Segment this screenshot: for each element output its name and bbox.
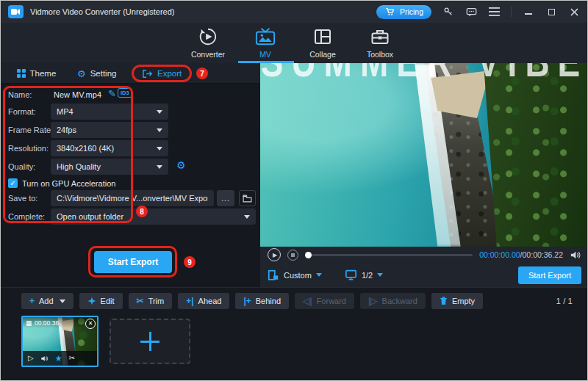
resolution-select[interactable]: 3840x2160 (4K) [51,140,168,156]
magic-star-icon [87,297,96,305]
clip-effect-star-icon[interactable]: ★ [55,355,62,363]
format-value: MP4 [57,107,74,116]
chevron-down-icon [157,128,162,132]
rename-icon[interactable]: ✎ [108,88,116,99]
chevron-down-icon [157,110,162,114]
quality-select[interactable]: High Quality [51,159,168,175]
name-label: Name: [8,90,32,99]
clip-volume-icon[interactable] [40,355,49,362]
toolbox-icon [370,28,390,46]
annotation-badge-9: 9 [184,256,196,268]
button-label: Behind [256,297,281,305]
pricing-button[interactable]: Pricing [376,5,431,19]
trash-icon [440,297,448,305]
add-clip-button[interactable]: + Add [21,293,74,309]
nav-tab-collage[interactable]: Collage [294,23,351,63]
add-clip-slot[interactable] [110,319,190,364]
resolution-value: 3840x2160 (4K) [57,144,114,153]
mv-icon [255,27,276,46]
tab-export[interactable]: Export [142,63,182,84]
nav-tab-label: Toolbox [367,50,393,59]
collage-icon [313,27,332,46]
save-to-value: C:\Vidmore\Vidmore V...onverter\MV Expor… [57,194,208,203]
id3-tag-button[interactable]: ID3 [118,88,132,98]
player-controls: ▶ 00:00:00.00/00:00:36.22 [260,247,588,263]
quality-label: Quality: [8,162,35,171]
move-backward-button[interactable]: |▷ Backward [360,293,426,309]
button-label: Trim [148,297,165,305]
empty-list-button[interactable]: Empty [431,293,483,309]
tab-setting[interactable]: ⚙ Setting [77,63,116,84]
annotation-badge-7: 7 [196,68,208,79]
seek-slider[interactable] [305,250,473,259]
browse-folder-button[interactable]: ... [217,190,234,206]
video-title-overlay: SUMMER VIBE [260,63,588,247]
play-button[interactable]: ▶ [268,248,281,261]
plus-icon [140,332,159,351]
maximize-button[interactable] [545,6,557,18]
insert-ahead-button[interactable]: +| Ahead [178,293,229,309]
edit-clip-button[interactable]: Edit [79,293,123,309]
save-to-path-field[interactable]: C:\Vidmore\Vidmore V...onverter\MV Expor… [51,190,214,206]
format-label: Format: [8,107,36,116]
open-folder-button[interactable] [239,190,256,206]
preview-panel: SUMMER VIBE ▶ 00:00:00.00/00:00:36.22 Cu… [260,63,588,287]
aspect-ratio-select[interactable]: Custom [268,269,322,281]
close-button[interactable] [568,6,580,18]
export-panel: Theme ⚙ Setting Export 7 Name: New MV.mp… [1,63,260,287]
remove-clip-icon[interactable]: ✕ [85,319,96,329]
save-to-label: Save to: [8,194,37,203]
clip-trim-scissors-icon[interactable]: ✂ [69,355,75,362]
export-icon [142,69,153,79]
volume-icon[interactable] [570,250,581,260]
format-select[interactable]: MP4 [51,104,168,120]
insert-behind-button[interactable]: |+ Behind [235,293,289,309]
insert-before-icon: +| [186,297,193,305]
pricing-label: Pricing [400,7,423,16]
seek-track[interactable] [305,254,473,256]
converter-icon [198,27,218,46]
gpu-acceleration-checkbox[interactable]: ✓ [8,178,18,188]
screen-count-value: 1/2 [362,271,373,280]
name-value: New MV.mp4 [54,90,101,99]
feedback-icon[interactable] [465,6,477,18]
nav-tab-mv[interactable]: MV [237,23,294,63]
chevron-down-icon [157,165,162,169]
stop-button[interactable] [287,250,298,261]
start-export-button-secondary[interactable]: Start Export [518,266,581,284]
complete-action-select[interactable]: Open output folder [51,208,256,225]
nav-tab-toolbox[interactable]: Toolbox [351,23,409,63]
time-display: 00:00:00.00/00:00:36.22 [479,250,563,259]
clip-thumbnail[interactable]: ▦ 00:00:36 ✕ ▷ ★ ✂ [21,316,98,367]
frame-rate-label: Frame Rate: [8,126,53,134]
start-export-button[interactable]: Start Export [94,251,172,273]
resolution-label: Resolution: [8,144,49,153]
theme-icon [17,69,26,78]
tab-setting-label: Setting [90,69,117,78]
chevron-down-icon [60,300,65,303]
register-key-icon[interactable] [442,6,454,18]
nav-tab-label: Converter [191,50,225,59]
film-icon: ▦ [26,319,32,327]
aspect-ratio-value: Custom [284,271,312,280]
frame-rate-select[interactable]: 24fps [51,122,168,138]
seek-handle[interactable] [305,252,312,258]
minimize-button[interactable] [523,6,534,18]
tab-theme-label: Theme [30,69,57,78]
screen-count-select[interactable]: 1/2 [345,269,383,280]
move-forward-button[interactable]: ◁| Forward [295,293,354,309]
button-label: Add [39,297,54,305]
gpu-acceleration-label: Turn on GPU Acceleration [22,179,115,188]
clip-toolbar: + Add Edit ✂ Trim +| Ahead |+ Behind [21,293,573,309]
nav-tab-label: MV [259,50,271,59]
clip-duration: 00:00:36 [35,319,59,327]
tab-theme[interactable]: Theme [17,63,56,84]
trim-clip-button[interactable]: ✂ Trim [129,293,173,309]
clip-play-icon[interactable]: ▷ [28,355,34,362]
button-label: Empty [452,297,475,305]
move-forward-icon: ◁| [303,297,312,305]
menu-icon[interactable] [488,6,500,18]
quality-settings-gear-icon[interactable]: ⚙ [176,160,186,170]
cart-icon [384,6,396,18]
nav-tab-converter[interactable]: Converter [179,23,237,63]
